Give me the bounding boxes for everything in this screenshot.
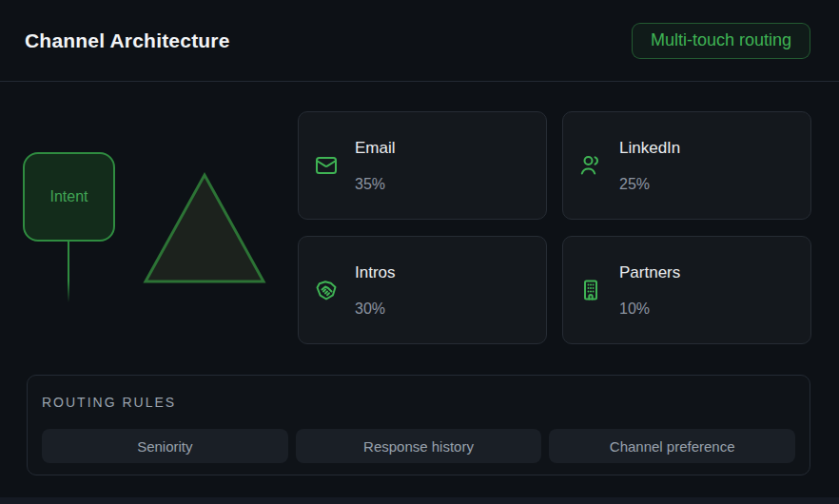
channel-name: Intros (355, 262, 396, 283)
funnel-triangle (141, 170, 268, 285)
intent-node[interactable]: Intent (23, 152, 115, 242)
rule-pill-response-history[interactable]: Response history (296, 429, 542, 463)
channel-card-intros[interactable]: Intros 30% (298, 236, 547, 344)
handshake-icon (315, 279, 338, 301)
channel-name: LinkedIn (619, 137, 680, 159)
channel-architecture-panel: Channel Architecture Multi-touch routing… (0, 0, 839, 504)
channel-card-partners[interactable]: Partners 10% (562, 236, 811, 344)
header: Channel Architecture Multi-touch routing (0, 0, 839, 82)
routing-rules-section: ROUTING RULES Seniority Response history… (27, 375, 810, 475)
channel-card-text: Partners 10% (619, 262, 680, 319)
page-title: Channel Architecture (25, 29, 230, 52)
users-icon (579, 154, 602, 177)
channel-grid: Email 35% LinkedIn 25% (298, 111, 811, 344)
multi-touch-routing-badge[interactable]: Multi-touch routing (632, 23, 810, 59)
channel-card-text: Email 35% (355, 137, 396, 194)
rule-pill-channel-preference[interactable]: Channel preference (549, 429, 795, 463)
channel-card-text: LinkedIn 25% (619, 137, 680, 194)
channel-share: 10% (619, 299, 680, 319)
channel-share: 35% (355, 174, 396, 194)
channel-card-email[interactable]: Email 35% (298, 111, 547, 220)
rule-pill-seniority[interactable]: Seniority (42, 429, 288, 463)
routing-rules-pills: Seniority Response history Channel prefe… (42, 429, 795, 463)
channel-name: Partners (619, 262, 680, 283)
intent-node-label: Intent (49, 188, 88, 205)
intent-connector-line (68, 242, 69, 302)
channel-share: 25% (619, 174, 680, 194)
mail-icon (315, 154, 338, 177)
channel-card-text: Intros 30% (355, 262, 396, 319)
channel-name: Email (355, 137, 396, 159)
next-section-edge (0, 497, 839, 504)
building-icon (579, 279, 602, 301)
routing-rules-label: ROUTING RULES (42, 394, 795, 411)
channel-card-linkedin[interactable]: LinkedIn 25% (562, 111, 811, 220)
channel-share: 30% (355, 299, 396, 319)
